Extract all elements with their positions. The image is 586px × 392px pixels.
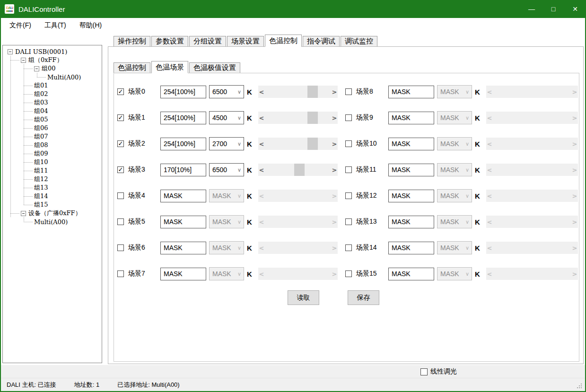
scene-cct-scrollbar[interactable]: < > <box>258 138 338 150</box>
scroll-left-icon[interactable]: < <box>258 216 265 228</box>
scene-checkbox[interactable] <box>117 218 124 225</box>
menu-item-2[interactable]: 帮助(H) <box>75 19 106 32</box>
menu-item-1[interactable]: 工具(T) <box>40 19 71 32</box>
scene-cct-scrollbar[interactable]: < > <box>258 164 338 176</box>
scroll-thumb[interactable] <box>307 138 318 150</box>
scene-level-input[interactable] <box>160 216 206 228</box>
scroll-left-icon[interactable]: < <box>486 86 493 98</box>
scroll-right-icon[interactable]: > <box>571 138 578 150</box>
scroll-right-icon[interactable]: > <box>571 86 578 98</box>
scene-checkbox[interactable] <box>117 114 124 121</box>
scroll-right-icon[interactable]: > <box>331 242 338 254</box>
scroll-left-icon[interactable]: < <box>486 190 493 202</box>
scroll-right-icon[interactable]: > <box>331 216 338 228</box>
tab-command-debug[interactable]: 指令调试 <box>303 36 340 46</box>
tree-item[interactable]: 组01 <box>34 81 48 90</box>
scroll-right-icon[interactable]: > <box>331 86 338 98</box>
scene-checkbox[interactable] <box>345 192 352 199</box>
scroll-right-icon[interactable]: > <box>571 112 578 124</box>
scroll-left-icon[interactable]: < <box>486 268 493 280</box>
tree-item[interactable]: DALI USB(0001) <box>8 47 67 56</box>
collapse-icon[interactable] <box>21 211 26 216</box>
scroll-left-icon[interactable]: < <box>258 164 265 176</box>
scene-level-input[interactable] <box>160 190 206 202</box>
scroll-right-icon[interactable]: > <box>331 268 338 280</box>
resize-grip-icon[interactable] <box>577 383 582 388</box>
linear-dimming-checkbox[interactable] <box>420 368 428 375</box>
tree-item[interactable]: 组04 <box>34 107 48 115</box>
tree-item[interactable]: 组03 <box>34 98 48 107</box>
scroll-thumb[interactable] <box>307 112 318 124</box>
collapse-icon[interactable] <box>34 66 39 71</box>
scene-checkbox[interactable] <box>117 270 124 277</box>
tree-item[interactable]: 组02 <box>34 90 48 98</box>
scene-level-input[interactable] <box>160 164 206 176</box>
scroll-left-icon[interactable]: < <box>486 242 493 254</box>
scene-cct-dropdown[interactable]: 6500 ∨ <box>209 85 244 98</box>
scroll-thumb[interactable] <box>294 164 305 176</box>
scene-cct-scrollbar[interactable]: < > <box>258 86 338 98</box>
tree-item[interactable]: 组11 <box>34 166 48 175</box>
scene-checkbox[interactable] <box>345 88 352 95</box>
scene-checkbox[interactable] <box>117 88 124 95</box>
tree-item[interactable]: 组12 <box>34 175 48 183</box>
tab-cct-control[interactable]: 色温控制 <box>265 35 302 46</box>
scene-cct-dropdown[interactable]: 6500 ∨ <box>209 163 244 176</box>
scene-level-input[interactable] <box>388 164 434 176</box>
tab-operation-control[interactable]: 操作控制 <box>114 36 150 46</box>
scroll-left-icon[interactable]: < <box>258 242 265 254</box>
read-button[interactable]: 读取 <box>288 290 319 305</box>
scroll-right-icon[interactable]: > <box>331 112 338 124</box>
scroll-right-icon[interactable]: > <box>571 216 578 228</box>
scene-level-input[interactable] <box>160 86 206 98</box>
scene-checkbox[interactable] <box>345 114 352 121</box>
scene-level-input[interactable] <box>160 268 206 280</box>
subtab-cct-scene[interactable]: 色温场景 <box>151 61 188 73</box>
save-button[interactable]: 保存 <box>348 290 379 305</box>
scene-checkbox[interactable] <box>345 270 352 277</box>
subtab-cct-limit-settings[interactable]: 色温极值设置 <box>189 62 240 73</box>
tree-item[interactable]: 组06 <box>34 124 48 132</box>
scene-checkbox[interactable] <box>345 140 352 147</box>
tree-item[interactable]: 组14 <box>34 192 48 200</box>
scene-cct-dropdown[interactable]: 2700 ∨ <box>209 137 244 150</box>
menu-item-0[interactable]: 文件(F) <box>5 19 36 32</box>
tree-item[interactable]: 组05 <box>34 115 48 124</box>
tab-scene-settings[interactable]: 场景设置 <box>227 36 264 46</box>
tree-item[interactable]: 组09 <box>34 149 48 158</box>
maximize-button[interactable]: □ <box>542 0 564 18</box>
collapse-icon[interactable] <box>8 49 13 54</box>
scene-checkbox[interactable] <box>345 218 352 225</box>
tree-item[interactable]: 设备（广播0xFF） <box>21 209 81 218</box>
scroll-right-icon[interactable]: > <box>571 164 578 176</box>
tree-item[interactable]: 组（0xFF） <box>21 56 63 64</box>
tree-item[interactable]: 组00 <box>34 64 56 73</box>
scene-level-input[interactable] <box>160 112 206 124</box>
collapse-icon[interactable] <box>21 58 26 63</box>
scroll-right-icon[interactable]: > <box>571 190 578 202</box>
scroll-left-icon[interactable]: < <box>486 112 493 124</box>
tree-item[interactable]: 组08 <box>34 141 48 149</box>
minimize-button[interactable]: — <box>521 0 542 18</box>
scroll-left-icon[interactable]: < <box>258 112 265 124</box>
tree-item[interactable]: 组15 <box>34 200 48 209</box>
tree-item[interactable]: 组07 <box>34 132 48 141</box>
scene-checkbox[interactable] <box>345 166 352 173</box>
scene-level-input[interactable] <box>388 138 434 150</box>
scene-level-input[interactable] <box>388 86 434 98</box>
tab-parameter-settings[interactable]: 参数设置 <box>151 36 188 46</box>
tree-item[interactable]: 组13 <box>34 183 48 192</box>
tab-debug-monitor[interactable]: 调试监控 <box>341 36 377 46</box>
scroll-left-icon[interactable]: < <box>258 268 265 280</box>
tree-item[interactable]: Multi(A00) <box>47 73 81 81</box>
scroll-thumb[interactable] <box>307 86 318 98</box>
scroll-right-icon[interactable]: > <box>331 190 338 202</box>
scene-cct-dropdown[interactable]: 4500 ∨ <box>209 111 244 124</box>
scene-level-input[interactable] <box>160 138 206 150</box>
tree-item[interactable]: 组10 <box>34 158 48 166</box>
scene-checkbox[interactable] <box>117 192 124 199</box>
scroll-right-icon[interactable]: > <box>331 164 338 176</box>
scene-cct-scrollbar[interactable]: < > <box>258 112 338 124</box>
scroll-left-icon[interactable]: < <box>486 138 493 150</box>
scene-level-input[interactable] <box>388 268 434 280</box>
